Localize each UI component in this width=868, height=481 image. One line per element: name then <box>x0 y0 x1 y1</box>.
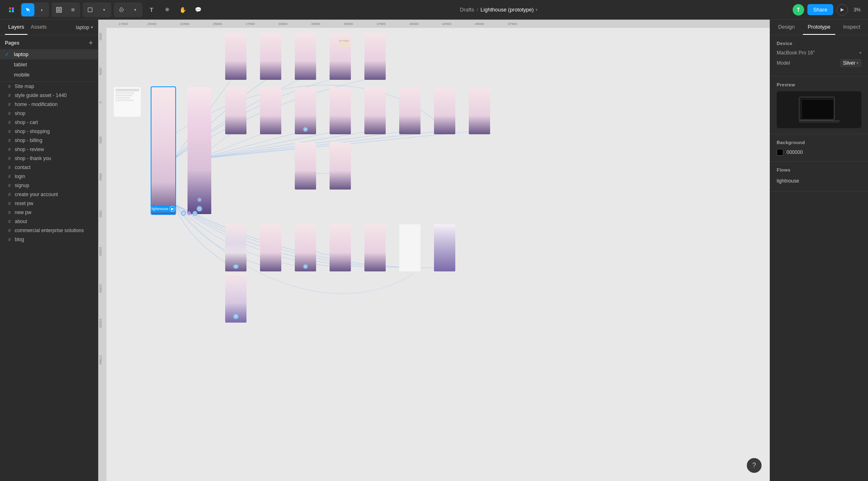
tool-shape-button[interactable] <box>84 3 97 16</box>
layer-item-home[interactable]: # home - modification <box>0 100 98 109</box>
canvas-content: Site map style g... lightnouse ▶ <box>106 28 770 481</box>
frame-new-pw[interactable]: new pw <box>364 87 386 134</box>
page-dropdown-button[interactable]: ▾ <box>91 25 93 29</box>
tool-hand-button[interactable]: ✋ <box>176 3 189 16</box>
breadcrumb-drafts[interactable]: Drafts <box>460 7 474 13</box>
pages-header: Pages + <box>0 35 98 49</box>
page-item-mobile[interactable]: ✓ mobile <box>0 70 98 80</box>
tool-components-button[interactable]: ❋ <box>160 3 174 16</box>
frame-shop-mid[interactable]: shop <box>225 87 246 134</box>
frame-home[interactable]: home... <box>188 87 211 214</box>
frame-signup[interactable]: signup <box>295 142 316 190</box>
preview-box <box>777 91 861 128</box>
frame-faq[interactable]: faq <box>364 224 386 271</box>
layer-item-styleguide[interactable]: # style guide asset - 1440 <box>0 91 98 100</box>
layer-item-blog[interactable]: # blog <box>0 235 98 244</box>
layer-item-commercial[interactable]: # commercial enterprise solutions <box>0 226 98 235</box>
frame-portal-3[interactable]: portal -... <box>469 87 490 134</box>
model-dropdown[interactable]: Silver ▾ <box>840 59 861 67</box>
frame-portal-2[interactable]: portal -... <box>434 87 455 134</box>
share-button[interactable]: Share <box>807 4 833 15</box>
breadcrumb-project[interactable]: Lighthouse (prototype) ▾ <box>481 7 538 13</box>
play-prototype-button[interactable]: ▶ <box>836 4 848 16</box>
frame-blog-detail[interactable]: blog -... <box>330 224 351 271</box>
toolbar: ⬧ ⊞ ▾ ▾ T ❋ ✋ 💬 Drafts / <box>0 0 868 20</box>
layer-item-about[interactable]: # about <box>0 217 98 226</box>
background-color-swatch[interactable] <box>777 149 783 156</box>
device-row: MacBook Pro 16" ▾ <box>777 50 861 56</box>
tool-comment-button[interactable]: 💬 <box>192 3 205 16</box>
canvas-area[interactable]: 17500 20000 22500 25000 27500 30000 3250… <box>98 20 770 481</box>
frame-sitemap[interactable]: Site map <box>114 87 141 117</box>
zoom-level[interactable]: 3% <box>851 5 863 14</box>
frame-about[interactable]: about... <box>225 224 246 271</box>
page-item-laptop[interactable]: ✓ laptop <box>0 49 98 59</box>
help-button[interactable]: ? <box>747 458 762 473</box>
device-chevron[interactable]: ▾ <box>859 51 861 55</box>
layer-item-reset-pw[interactable]: # reset pw <box>0 199 98 208</box>
background-section: Background 000000 <box>770 134 868 162</box>
layer-item-shop-shopping[interactable]: # shop - shopping <box>0 127 98 136</box>
page-item-tablet[interactable]: ✓ tablet <box>0 59 98 70</box>
layer-item-contact[interactable]: # contact <box>0 163 98 172</box>
svg-rect-9 <box>88 8 92 12</box>
toolbar-left: ⬧ ⊞ ▾ ▾ T ❋ ✋ 💬 <box>5 2 205 17</box>
layer-item-shop-cart[interactable]: # shop - cart <box>0 118 98 127</box>
layer-item-shop[interactable]: # shop <box>0 109 98 118</box>
layer-item-shop-billing[interactable]: # shop - billing <box>0 136 98 145</box>
preview-section: Preview <box>770 77 868 134</box>
right-panel: Design Prototype Inspect Device MacBook … <box>770 20 868 481</box>
page-check-empty2: ✓ <box>5 72 11 78</box>
tool-frame-button[interactable] <box>52 3 66 16</box>
add-page-button[interactable]: + <box>88 39 93 47</box>
frame-create[interactable]: create ... <box>330 142 351 190</box>
frame-shop-top-3[interactable]: shop -... <box>295 33 316 80</box>
flow-item-lightnouse[interactable]: lightnouse <box>777 176 861 185</box>
tool-text-button[interactable]: T <box>145 3 158 16</box>
frame-shop-top-4[interactable]: shop -... Bon Voyage! <box>330 33 351 80</box>
pages-section: Pages + ✓ laptop ✓ tablet ✓ mobile <box>0 35 98 80</box>
tab-assets[interactable]: Assets <box>27 20 50 35</box>
svg-point-10 <box>121 9 122 10</box>
svg-rect-7 <box>57 7 61 9</box>
frame-shop-top-1[interactable]: shop -... <box>225 33 246 80</box>
tool-grid-button[interactable]: ⊞ <box>66 3 79 16</box>
figma-menu-button[interactable] <box>5 3 18 16</box>
layer-item-new-pw[interactable]: # new pw <box>0 208 98 217</box>
layer-item-signup[interactable]: # signup <box>0 181 98 190</box>
frame-reset-pw[interactable]: reset pw <box>330 87 351 134</box>
tool-pen-dropdown[interactable]: ▾ <box>129 3 142 16</box>
flow-play-button[interactable]: ▶ <box>170 206 175 212</box>
tab-design[interactable]: Design <box>770 20 803 35</box>
tool-scale-button[interactable]: ⬧ <box>35 3 48 16</box>
model-chevron: ▾ <box>857 61 859 65</box>
layer-item-sitemap[interactable]: # Site map <box>0 82 98 91</box>
flows-section: Flows lightnouse <box>770 162 868 192</box>
layers-section: # Site map # style guide asset - 1440 # … <box>0 81 98 481</box>
frame-styleguide[interactable]: style g... lightnouse ▶ <box>151 87 175 214</box>
frame-portal-1[interactable]: portal -... <box>399 87 420 134</box>
user-avatar: T <box>793 4 804 16</box>
flow-indicator-lightnouse[interactable]: lightnouse ▶ <box>151 205 175 212</box>
tab-inspect[interactable]: Inspect <box>835 20 868 35</box>
layer-item-login[interactable]: # login <box>0 172 98 181</box>
tool-move-button[interactable] <box>21 3 34 16</box>
frame-blog[interactable]: blog <box>295 224 316 271</box>
frame-privacy[interactable]: privacy <box>399 224 420 271</box>
tab-prototype[interactable]: Prototype <box>803 20 836 35</box>
tool-pen-button[interactable] <box>115 3 128 16</box>
layer-item-create-account[interactable]: # create your account <box>0 190 98 199</box>
tab-layers[interactable]: Layers <box>5 20 27 35</box>
frame-shop-top-2[interactable]: shop -... <box>260 33 281 80</box>
layer-item-shop-thankyou[interactable]: # shop - thank you <box>0 154 98 163</box>
layer-item-shop-review[interactable]: # shop - review <box>0 145 98 154</box>
tool-shape-dropdown[interactable]: ▾ <box>97 3 111 16</box>
frame-comme[interactable]: comme... <box>260 224 281 271</box>
frame-login[interactable]: login <box>295 87 316 134</box>
frame-about-large[interactable]: about... <box>225 273 246 323</box>
frame-404[interactable]: 404 <box>434 224 455 271</box>
breadcrumb: Drafts / Lighthouse (prototype) ▾ <box>460 7 537 13</box>
frame-contact[interactable]: contact <box>260 87 281 134</box>
tool-group-select: ⬧ <box>20 2 49 17</box>
frame-shop-top-5[interactable]: shop -... <box>364 33 386 80</box>
